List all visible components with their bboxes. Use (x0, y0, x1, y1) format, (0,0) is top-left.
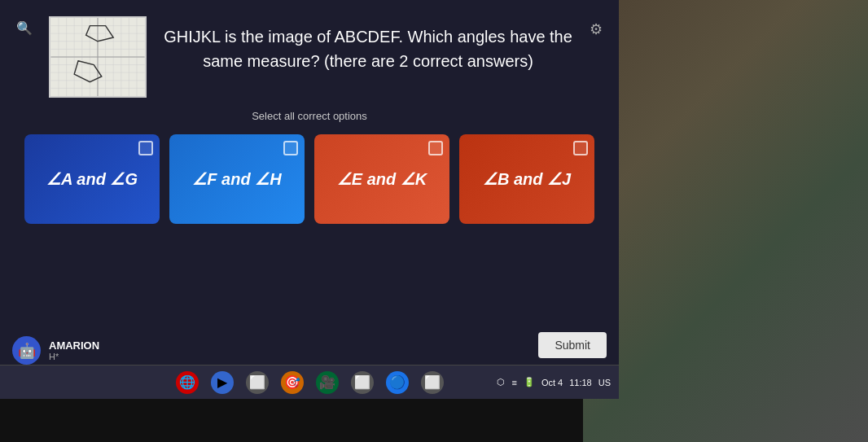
answer-grid: ∠A and ∠G ∠F and ∠H ∠E and ∠K ∠B and ∠J (16, 134, 603, 224)
time-display: 11:18 (569, 378, 592, 387)
answer-card-a[interactable]: ∠A and ∠G (24, 134, 160, 224)
main-content: 🔍 (0, 0, 619, 399)
checkbox-b[interactable] (283, 141, 298, 155)
user-name: AMARION (49, 339, 99, 352)
user-info: AMARION H* (49, 339, 99, 361)
answer-card-b[interactable]: ∠F and ∠H (169, 134, 305, 224)
answer-card-d[interactable]: ∠B and ∠J (459, 134, 594, 224)
misc-icon[interactable]: ⬜ (421, 371, 444, 394)
graph-thumbnail (49, 16, 147, 98)
chrome-icon[interactable]: 🌐 (176, 371, 199, 394)
kahoot-icon[interactable]: 🎯 (281, 371, 304, 394)
answer-card-c[interactable]: ∠E and ∠K (314, 134, 449, 224)
search-icon[interactable]: 🔍 (16, 20, 33, 36)
user-bar: 🤖 AMARION H* (12, 336, 99, 365)
checkbox-c[interactable] (428, 141, 443, 155)
eth-icon: ⬡ (497, 377, 505, 387)
classroom-icon[interactable]: 🔵 (386, 371, 409, 394)
search-icon-area: 🔍 (16, 16, 33, 36)
drive-icon[interactable]: ⬜ (351, 371, 374, 394)
date-display: Oct 4 (541, 378, 563, 387)
taskbar: 🌐 ▶ ⬜ 🎯 🎥 ⬜ 🔵 ⬜ ⬡ ≡ 🔋 Oct 4 11:18 US (0, 365, 619, 399)
classroom-background (583, 0, 868, 442)
taskbar-right: ⬡ ≡ 🔋 Oct 4 11:18 US (497, 377, 611, 387)
gear-icon-area: ⚙ (590, 16, 603, 38)
submit-button[interactable]: Submit (538, 332, 607, 358)
checkbox-d[interactable] (573, 141, 588, 155)
menu-icon: ≡ (511, 378, 516, 387)
region-display: US (598, 378, 611, 387)
gear-icon[interactable]: ⚙ (590, 21, 603, 37)
answer-label-b: ∠F and ∠H (192, 169, 281, 189)
play-icon[interactable]: ▶ (211, 371, 234, 394)
top-area: 🔍 (16, 16, 603, 98)
avatar: 🤖 (12, 336, 41, 365)
question-text: GHIJKL is the image of ABCDEF. Which ang… (163, 16, 573, 73)
meet-icon[interactable]: 🎥 (316, 371, 339, 394)
battery-icon: 🔋 (524, 377, 535, 387)
answer-label-d: ∠B and ∠J (483, 169, 571, 189)
submit-button-area: Submit (538, 332, 607, 358)
answer-label-a: ∠A and ∠G (46, 169, 138, 189)
select-instruction: Select all correct options (252, 110, 367, 122)
checkbox-a[interactable] (138, 141, 153, 155)
answer-label-c: ∠E and ∠K (337, 169, 427, 189)
screen: 🔍 (0, 0, 868, 442)
user-subtitle: H* (49, 352, 99, 361)
files-icon[interactable]: ⬜ (246, 371, 269, 394)
